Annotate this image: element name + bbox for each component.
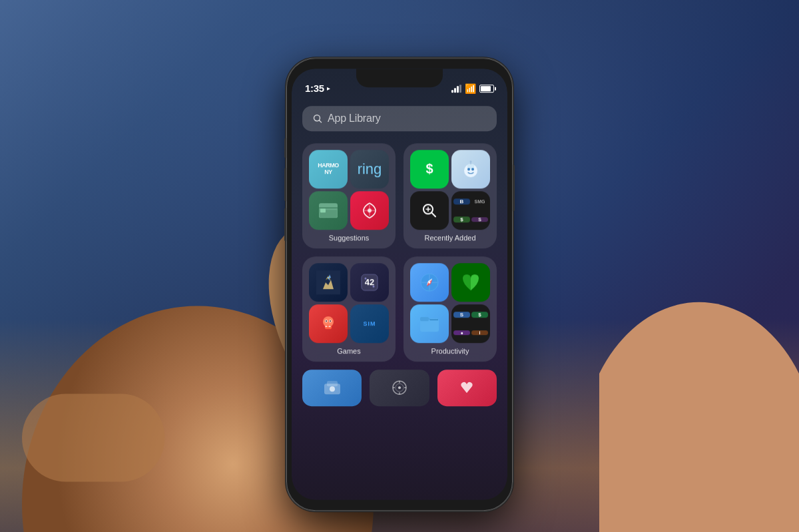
- svg-rect-8: [320, 208, 326, 212]
- app-bottom-1[interactable]: [302, 370, 362, 406]
- bottom-row: [302, 370, 497, 406]
- search-bar[interactable]: App Library: [302, 106, 497, 131]
- folder-label-suggestions: Suggestions: [309, 234, 389, 242]
- folder-apps-recently: $: [410, 150, 490, 230]
- app-grid: HARMONY ring: [302, 143, 497, 362]
- svg-rect-27: [325, 325, 332, 329]
- app-harmony[interactable]: HARMONY: [309, 150, 348, 188]
- svg-point-24: [365, 277, 367, 279]
- folder-games[interactable]: 42: [302, 256, 396, 362]
- svg-rect-40: [327, 381, 338, 386]
- status-time: 1:35: [305, 83, 324, 94]
- folder-label-games: Games: [309, 347, 389, 355]
- app-cashapp[interactable]: $: [410, 150, 449, 188]
- app-safari[interactable]: [410, 263, 449, 302]
- app-ring[interactable]: ring: [350, 150, 389, 188]
- app-multi[interactable]: S $ ● i: [451, 304, 490, 343]
- svg-line-5: [320, 120, 322, 122]
- folder-productivity[interactable]: S $ ● i Productivity: [403, 256, 497, 362]
- app-dice[interactable]: 42: [350, 263, 389, 302]
- app-loupe[interactable]: [410, 191, 449, 230]
- app-simcity[interactable]: SIM: [350, 304, 389, 343]
- app-final-fantasy[interactable]: [309, 263, 348, 302]
- search-placeholder: App Library: [328, 113, 381, 125]
- app-woebot[interactable]: [451, 150, 490, 188]
- svg-point-44: [398, 386, 401, 389]
- folder-label-recently: Recently Added: [410, 234, 490, 242]
- svg-point-41: [330, 386, 335, 392]
- svg-rect-9: [319, 207, 338, 208]
- status-icons: 📶: [451, 83, 494, 94]
- app-bottom-2[interactable]: [370, 370, 429, 406]
- screen-content: App Library HARMONY ring: [292, 98, 507, 500]
- svg-point-25: [373, 285, 375, 287]
- app-bottom-3[interactable]: [437, 370, 497, 406]
- app-wallet[interactable]: [309, 191, 348, 230]
- app-robinhood[interactable]: [451, 263, 490, 302]
- svg-line-18: [431, 212, 435, 216]
- folder-apps-suggestions: HARMONY ring: [309, 150, 389, 230]
- svg-point-30: [326, 320, 327, 322]
- folder-apps-productivity: S $ ● i: [410, 263, 490, 343]
- svg-point-36: [429, 281, 431, 283]
- folder-apps-games: 42: [309, 263, 389, 343]
- svg-rect-21: [316, 270, 340, 294]
- wifi-icon: 📶: [465, 83, 476, 94]
- app-sms[interactable]: B SMG $ S: [451, 191, 490, 230]
- signal-icon: [451, 85, 461, 93]
- app-nova[interactable]: [350, 191, 389, 230]
- battery-icon: [479, 85, 494, 93]
- svg-rect-38: [420, 317, 429, 321]
- svg-rect-2: [22, 394, 165, 481]
- location-icon: ▸: [327, 85, 330, 92]
- folder-recently-added[interactable]: $: [403, 143, 497, 248]
- notch: [356, 69, 443, 87]
- svg-point-3: [599, 302, 799, 532]
- search-icon: [313, 114, 322, 123]
- folder-suggestions[interactable]: HARMONY ring: [302, 143, 396, 248]
- svg-point-14: [471, 168, 474, 170]
- svg-point-16: [470, 160, 472, 162]
- app-files[interactable]: [410, 304, 449, 343]
- app-skulls[interactable]: [309, 304, 348, 343]
- svg-point-31: [330, 320, 331, 322]
- phone-body: 1:35 ▸ 📶: [286, 58, 513, 511]
- phone-frame: 1:35 ▸ 📶: [286, 58, 513, 511]
- phone-screen: 1:35 ▸ 📶: [292, 69, 507, 500]
- folder-label-productivity: Productivity: [410, 347, 490, 355]
- svg-point-13: [467, 168, 470, 170]
